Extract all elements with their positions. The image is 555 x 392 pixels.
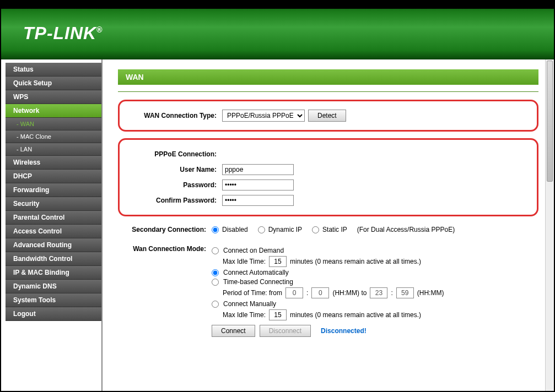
disconnect-button[interactable]: Disconnect bbox=[260, 325, 311, 337]
mode-manual-radio[interactable] bbox=[212, 301, 219, 308]
sidebar-item-security[interactable]: Security bbox=[6, 197, 101, 211]
sidebar-item-bandwidth-control[interactable]: Bandwidth Control bbox=[6, 252, 101, 266]
sidebar-item-ip-mac-binding[interactable]: IP & MAC Binding bbox=[6, 266, 101, 280]
demand-idle-note: minutes (0 means remain active at all ti… bbox=[290, 258, 421, 265]
wan-type-highlight: WAN Connection Type: PPPoE/Russia PPPoE … bbox=[118, 100, 538, 132]
detect-button[interactable]: Detect bbox=[308, 110, 346, 122]
time-to-h-input[interactable] bbox=[370, 287, 387, 298]
wan-type-label: WAN Connection Type: bbox=[128, 112, 222, 119]
sidebar-item-forwarding[interactable]: Forwarding bbox=[6, 183, 101, 197]
password-input[interactable] bbox=[222, 179, 294, 190]
sidebar-item-wan[interactable]: - WAN bbox=[6, 118, 101, 130]
scrollbar[interactable] bbox=[545, 59, 554, 391]
time-mid-label: (HH:MM) to bbox=[332, 289, 367, 297]
time-from-h-input[interactable] bbox=[285, 287, 303, 298]
sidebar-item-status[interactable]: Status bbox=[6, 63, 101, 77]
mode-label: Wan Connection Mode: bbox=[118, 245, 212, 253]
time-period-label: Period of Time: from bbox=[223, 289, 282, 297]
brand-logo: TP-LINK® bbox=[23, 23, 103, 43]
scrollbar-thumb[interactable] bbox=[547, 61, 553, 182]
sidebar-item-access-control[interactable]: Access Control bbox=[6, 225, 101, 238]
page-title: WAN bbox=[118, 69, 538, 85]
mode-time-radio[interactable] bbox=[212, 279, 219, 286]
mode-manual-label: Connect Manually bbox=[223, 300, 276, 308]
username-input[interactable] bbox=[222, 164, 294, 175]
confirm-password-input[interactable] bbox=[222, 195, 294, 206]
time-end-label: (HH:MM) bbox=[417, 289, 444, 297]
pppoe-header: PPPoE Connection: bbox=[128, 150, 222, 158]
mode-demand-radio[interactable] bbox=[212, 247, 219, 254]
divider bbox=[118, 91, 538, 92]
username-label: User Name: bbox=[128, 166, 222, 173]
secondary-static-label: Static IP bbox=[322, 226, 347, 233]
sidebar-item-parental-control[interactable]: Parental Control bbox=[6, 211, 101, 225]
secondary-dynamic-label: Dynamic IP bbox=[268, 226, 302, 233]
sidebar-item-logout[interactable]: Logout bbox=[6, 307, 101, 321]
time-from-m-input[interactable] bbox=[311, 287, 329, 298]
manual-idle-label: Max Idle Time: bbox=[223, 311, 266, 319]
demand-idle-input[interactable] bbox=[269, 256, 287, 267]
secondary-static-radio[interactable] bbox=[312, 226, 319, 233]
wan-type-select[interactable]: PPPoE/Russia PPPoE bbox=[222, 110, 305, 122]
sidebar: StatusQuick SetupWPSNetwork- WAN- MAC Cl… bbox=[1, 59, 101, 391]
demand-idle-label: Max Idle Time: bbox=[223, 258, 266, 265]
manual-idle-input[interactable] bbox=[269, 309, 287, 320]
mode-time-label: Time-based Connecting bbox=[223, 278, 293, 286]
sidebar-item-wireless[interactable]: Wireless bbox=[6, 156, 101, 170]
sidebar-item-lan[interactable]: - LAN bbox=[6, 143, 101, 156]
sidebar-item-network[interactable]: Network bbox=[6, 104, 101, 118]
sidebar-item-advanced-routing[interactable]: Advanced Routing bbox=[6, 238, 101, 252]
password-label: Password: bbox=[128, 181, 222, 189]
content-pane: WAN WAN Connection Type: PPPoE/Russia PP… bbox=[101, 59, 554, 391]
sidebar-item-dynamic-dns[interactable]: Dynamic DNS bbox=[6, 280, 101, 293]
header: TP-LINK® bbox=[1, 1, 554, 59]
secondary-disabled-radio[interactable] bbox=[212, 226, 219, 233]
secondary-dynamic-radio[interactable] bbox=[258, 226, 265, 233]
time-to-m-input[interactable] bbox=[396, 287, 414, 298]
manual-idle-note: minutes (0 means remain active at all ti… bbox=[290, 311, 421, 319]
secondary-note: (For Dual Access/Russia PPPoE) bbox=[357, 226, 455, 233]
secondary-conn-label: Secondary Connection: bbox=[118, 226, 212, 233]
sidebar-item-mac-clone[interactable]: - MAC Clone bbox=[6, 130, 101, 143]
mode-demand-label: Connect on Demand bbox=[223, 247, 284, 254]
secondary-disabled-label: Disabled bbox=[222, 226, 248, 233]
connect-button[interactable]: Connect bbox=[212, 325, 255, 337]
sidebar-item-wps[interactable]: WPS bbox=[6, 90, 101, 104]
sidebar-item-dhcp[interactable]: DHCP bbox=[6, 170, 101, 183]
mode-auto-label: Connect Automatically bbox=[223, 269, 289, 276]
sidebar-item-quick-setup[interactable]: Quick Setup bbox=[6, 77, 101, 90]
mode-auto-radio[interactable] bbox=[212, 269, 219, 276]
sidebar-item-system-tools[interactable]: System Tools bbox=[6, 293, 101, 307]
connection-status: Disconnected! bbox=[321, 327, 367, 335]
confirm-password-label: Confirm Password: bbox=[128, 197, 222, 204]
pppoe-highlight: PPPoE Connection: User Name: Password: C… bbox=[118, 138, 538, 216]
